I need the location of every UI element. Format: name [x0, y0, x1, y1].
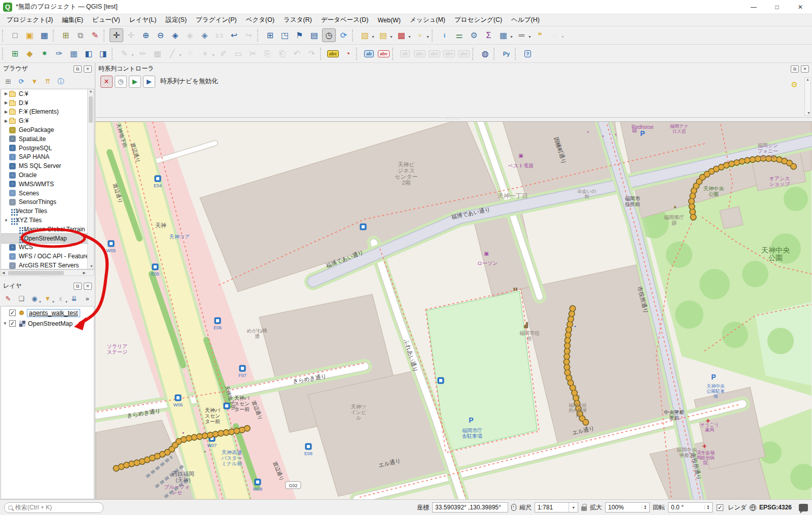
menu-item-7[interactable]: ラスタ(R) — [279, 14, 316, 26]
menu-item-11[interactable]: プロセシング(C) — [450, 14, 507, 26]
menu-item-3[interactable]: レイヤ(L) — [125, 14, 161, 26]
menu-item-4[interactable]: 設定(S) — [161, 14, 191, 26]
expand-collapse-layers-icon[interactable]: ⇊ — [68, 293, 80, 304]
coordinate-input[interactable]: 33.590392° ,130.39895° — [432, 502, 508, 512]
select-by-form-button[interactable]: ▤▼ — [376, 28, 390, 42]
identify-features-button[interactable]: i — [438, 28, 451, 42]
open-layer-styling-icon[interactable]: ✎ — [2, 293, 14, 304]
menu-item-12[interactable]: ヘルプ(H) — [507, 14, 544, 26]
attribute-table-button[interactable]: ▦▼ — [497, 28, 510, 42]
zoom-in-button[interactable]: ⊕ — [139, 28, 153, 42]
crs-status[interactable]: EPSG:4326 — [759, 504, 792, 511]
browser-item-c-[interactable]: ▶C:¥ — [1, 89, 94, 98]
statistical-summary-button[interactable]: Σ — [482, 28, 496, 42]
add-group-icon[interactable]: ❏ — [15, 293, 27, 304]
scale-combobox[interactable]: 1:781▼ — [535, 502, 578, 512]
temporal-scrollbar[interactable]: ▲▼ — [804, 77, 811, 116]
minimize-button[interactable]: — — [742, 0, 765, 14]
metasearch-button[interactable]: ◍ — [478, 47, 492, 60]
temporal-settings-gear-icon[interactable]: ⚙ — [791, 80, 798, 89]
show-layout-manager-button[interactable]: ⧉ — [74, 28, 87, 42]
new-spatialite-layer-button[interactable]: ▦ — [67, 47, 81, 60]
menu-item-2[interactable]: ビュー(V) — [88, 14, 125, 26]
select-by-location-button[interactable]: ▫▼ — [413, 28, 427, 42]
python-console-button[interactable]: Py — [500, 47, 513, 60]
menu-item-6[interactable]: ベクタ(O) — [241, 14, 279, 26]
filter-by-expression-icon[interactable]: ε▼ — [55, 293, 67, 304]
messages-icon[interactable] — [799, 504, 808, 511]
new-virtual-layer-button[interactable]: ◨ — [96, 47, 110, 60]
browser-float-icon[interactable]: ⧉ — [74, 65, 82, 73]
field-calculator-button[interactable]: ⚌ — [452, 28, 466, 42]
refresh-map-button[interactable]: ⟳ — [337, 28, 350, 42]
browser-item-mapzen-global-terrain[interactable]: Mapzen Global Terrain — [1, 225, 94, 234]
new-shapefile-layer-button[interactable]: ✑ — [52, 47, 66, 60]
zoom-last-button[interactable]: ↩ — [227, 28, 241, 42]
browser-item-d-[interactable]: ▶D:¥ — [1, 98, 94, 108]
panel-splitter[interactable]: ······ — [0, 276, 95, 280]
style-manager-button[interactable]: ✎ — [88, 28, 102, 42]
zoom-to-layer-button[interactable]: ◈ — [198, 28, 211, 42]
show-bookmarks-button[interactable]: ▤ — [307, 28, 321, 42]
render-checkbox[interactable]: ✓ レンダ — [716, 503, 747, 512]
pin-label-button[interactable]: ab — [362, 47, 376, 60]
new-project-button[interactable]: □ — [8, 28, 22, 42]
manage-map-themes-icon[interactable]: ◉▼ — [28, 293, 41, 304]
disable-temporal-navigation-button[interactable]: ✕ — [100, 76, 113, 88]
processing-toolbox-button[interactable]: ⚙ — [467, 28, 481, 42]
highlight-label-button[interactable]: abc — [377, 47, 391, 60]
add-vector-layer-button[interactable]: ◆ — [23, 47, 37, 60]
browser-item-ms-sql-server[interactable]: ◦MS SQL Server — [1, 161, 94, 170]
browser-item-scenes[interactable]: ◦Scenes — [1, 189, 94, 198]
browser-item-wcs[interactable]: ◦WCS — [1, 243, 94, 252]
open-project-button[interactable]: ▣ — [23, 28, 37, 42]
browser-item-wms-wmts[interactable]: ◦WMS/WMTS — [1, 180, 94, 189]
measure-button[interactable]: ═▼ — [515, 28, 528, 42]
browser-item-vector-tiles[interactable]: Vector Tiles — [1, 207, 94, 216]
layer-diagram-button[interactable]: ◔ — [341, 47, 355, 60]
temporal-controller-button[interactable]: ◷ — [322, 28, 336, 42]
layer-item-openstreetmap[interactable]: ▼✓OpenStreetMap — [1, 318, 94, 329]
layer-item-agents-walk-test[interactable]: ✓agents_walk_test — [1, 307, 94, 318]
new-print-layout-button[interactable]: ⊞ — [59, 28, 73, 42]
close-button[interactable]: ✕ — [789, 0, 812, 14]
temporal-float-icon[interactable]: ⧉ — [791, 65, 799, 73]
search-input[interactable]: 検索(Ctrl + K) — [4, 502, 103, 513]
panel-overflow-icon[interactable]: » — [81, 293, 93, 304]
deselect-features-button[interactable]: ▩▼ — [395, 28, 408, 42]
zoom-out-button[interactable]: ⊖ — [154, 28, 167, 42]
pan-map-button[interactable]: ✛ — [110, 28, 123, 42]
rotation-spinbox[interactable]: 0.0 °▲▼ — [668, 502, 713, 512]
browser-item-openstreetmap[interactable]: OpenStreetMap — [1, 234, 94, 243]
coordinate-display-icon[interactable] — [511, 504, 516, 511]
browser-item-g-[interactable]: ▶G:¥ — [1, 116, 94, 125]
filter-browser-icon[interactable]: ▼ — [28, 76, 41, 87]
select-features-button[interactable]: ▧▼ — [358, 28, 372, 42]
map-splitter-handle[interactable]: ······ — [95, 117, 812, 121]
browser-item-sensorthings[interactable]: ◦SensorThings — [1, 198, 94, 207]
menu-item-10[interactable]: メッシュ(M) — [405, 14, 450, 26]
browser-item-arcgis-rest-servers[interactable]: ◦ArcGIS REST Servers — [1, 261, 94, 269]
map-tips-button[interactable]: ❝ — [533, 28, 547, 42]
menu-item-8[interactable]: データベース(D) — [316, 14, 373, 26]
menu-item-1[interactable]: 編集(E) — [57, 14, 88, 26]
browser-horizontal-scrollbar[interactable]: ◀▶ — [1, 269, 94, 276]
scale-lock-icon[interactable] — [581, 506, 587, 511]
browser-close-icon[interactable]: ✕ — [84, 65, 92, 73]
browser-item-wfs-ogc-api-features[interactable]: ◦WFS / OGC API - Features — [1, 252, 94, 261]
export-animation-button[interactable]: ▶ — [143, 76, 155, 88]
properties-widget-icon[interactable]: ⓘ — [55, 76, 67, 87]
open-data-source-manager-button[interactable]: ⊞ — [8, 47, 22, 60]
menu-item-9[interactable]: Web(W) — [373, 15, 405, 25]
add-selected-layer-icon[interactable]: ⊞ — [2, 76, 14, 87]
menu-item-0[interactable]: プロジェクト(J) — [2, 14, 57, 26]
menu-item-5[interactable]: プラグイン(P) — [191, 14, 241, 26]
animated-navigation-button[interactable]: ▶ — [129, 76, 141, 88]
new-mesh-layer-button[interactable]: ◧ — [82, 47, 95, 60]
new-bookmark-button[interactable]: ⚑ — [293, 28, 306, 42]
browser-item-spatialite[interactable]: ◦SpatiaLite — [1, 134, 94, 144]
collapse-all-icon[interactable]: ⇈ — [42, 76, 54, 87]
layers-close-icon[interactable]: ✕ — [84, 283, 92, 290]
maximize-button[interactable]: □ — [765, 0, 789, 14]
refresh-browser-icon[interactable]: ⟳ — [15, 76, 27, 87]
